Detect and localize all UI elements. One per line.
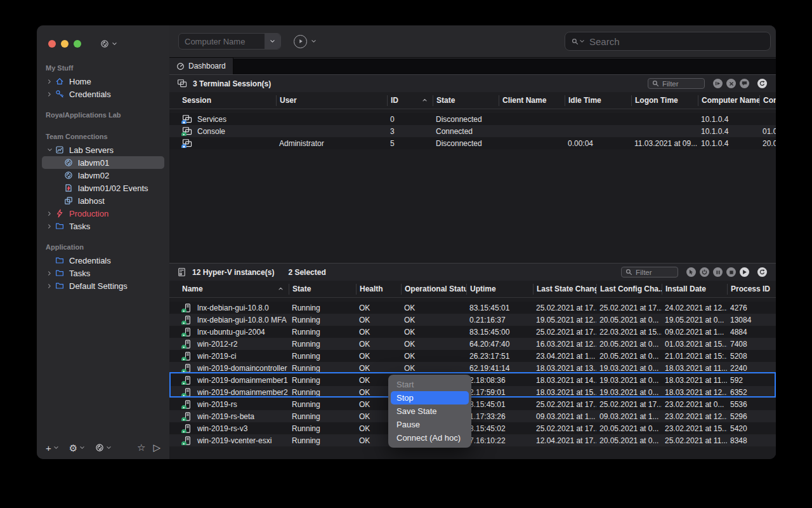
cell-logon-time: 11.03.2021 at 09...	[631, 139, 698, 148]
events-icon	[63, 184, 74, 192]
column-header-last-state-change[interactable]: Last State Change	[533, 284, 596, 295]
chevron-right-icon[interactable]	[46, 224, 53, 229]
user-switch-button[interactable]	[95, 443, 112, 452]
sidebar-item-credentials[interactable]: Credentials	[42, 88, 164, 100]
cell-last-config-change: 19.03.2021 at 0...	[596, 388, 662, 397]
search-input[interactable]: Search	[565, 32, 771, 51]
hyperv-instance-row[interactable]: win-2019-rsRunningOKOK3.15:45:0125.02.20…	[169, 398, 776, 410]
terminal-close-button[interactable]	[726, 79, 736, 88]
column-header-health[interactable]: Health	[356, 284, 401, 295]
column-header-user[interactable]: User	[276, 95, 387, 106]
hyperv-play-button[interactable]	[740, 267, 749, 277]
hyperv-instance-row[interactable]: win-2019-rs-betaRunningOKOK1.17:33:2609.…	[169, 410, 776, 422]
sidebar-item-tasks[interactable]: Tasks	[42, 267, 164, 279]
column-header-state[interactable]: State	[433, 95, 499, 106]
hyperv-instances-panel: 12 Hyper-V instance(s) 2 Selected Filter…	[169, 263, 776, 446]
column-header-idle-time[interactable]: Idle Time	[565, 95, 631, 106]
terminal-refresh-button[interactable]	[757, 79, 767, 88]
close-window-button[interactable]	[48, 40, 56, 48]
sidebar-item-lab-servers[interactable]: Lab Servers	[42, 144, 164, 156]
column-header-process-id[interactable]: Process ID	[727, 284, 776, 295]
terminal-session-row[interactable]: Console3Connected10.1.0.401.03	[169, 125, 776, 137]
row-name-label: win-2012-r2	[197, 340, 237, 349]
quick-connect-button[interactable]	[100, 39, 117, 48]
column-header-last-config-cha-[interactable]: Last Config Cha...	[596, 284, 662, 295]
vm-icon	[182, 315, 192, 324]
column-header-state[interactable]: State	[289, 284, 356, 295]
vm-icon	[182, 327, 192, 337]
column-header-computer-name[interactable]: Computer Name	[698, 95, 759, 106]
terminal-session-row[interactable]: Administrator5Disconnected0.00:0411.03.2…	[169, 137, 776, 149]
chevron-down-icon[interactable]	[46, 147, 53, 152]
column-header-uptime[interactable]: Uptime	[466, 284, 533, 295]
minimize-window-button[interactable]	[61, 40, 69, 48]
sidebar-item-default-settings[interactable]: Default Settings	[42, 279, 164, 292]
sidebar-item-labhost[interactable]: labhost	[42, 194, 164, 207]
sidebar-item-labvm02[interactable]: labvm02	[42, 169, 164, 182]
cell-process-id: 13084	[727, 316, 776, 324]
row-name-cell: win-2019-domainmember1	[180, 375, 289, 385]
add-button[interactable]: +	[46, 443, 59, 453]
computer-name-combo[interactable]: Computer Name	[178, 33, 281, 50]
terminal-message-button[interactable]	[740, 79, 749, 88]
column-header-client-name[interactable]: Client Name	[499, 95, 565, 106]
hyperv-filter-input[interactable]: Filter	[621, 267, 678, 277]
gear-button[interactable]: ⚙	[69, 443, 85, 453]
sidebar-item-credentials[interactable]: Credentials	[42, 254, 164, 267]
favorites-button[interactable]: ☆	[137, 442, 145, 453]
chevron-right-icon[interactable]	[46, 271, 53, 276]
chevron-right-icon[interactable]	[46, 283, 53, 289]
chevron-right-icon[interactable]	[46, 91, 53, 97]
hyperv-table-body: lnx-debian-gui-10.8.0RunningOKOK83.15:45…	[169, 298, 776, 446]
column-header-install-date[interactable]: Install Date	[662, 284, 727, 295]
sidebar-item-production[interactable]: Production	[42, 207, 164, 220]
home-icon	[55, 77, 65, 86]
terminal-session-row[interactable]: Services0Disconnected10.1.0.4	[169, 113, 776, 125]
column-header-logon-time[interactable]: Logon Time	[631, 95, 698, 106]
menu-item-connect-ad-hoc-[interactable]: Connect (Ad hoc)	[391, 431, 469, 444]
column-header-name[interactable]: Name	[180, 284, 289, 295]
chevron-right-icon[interactable]	[46, 79, 53, 84]
combo-dropdown-button[interactable]	[265, 34, 280, 49]
hyperv-power-button[interactable]	[700, 267, 709, 277]
cell-uptime: 7.16:10:22	[466, 436, 533, 445]
hyperv-instance-row[interactable]: win-2012-r2RunningOKOK64.20:47:4016.03.2…	[169, 338, 776, 350]
chevron-right-icon[interactable]	[46, 211, 53, 217]
menu-item-stop[interactable]: Stop	[391, 391, 469, 404]
terminal-sessions-panel: 3 Terminal Session(s) Filter SessionUser…	[169, 74, 776, 149]
hyperv-stop-button[interactable]	[726, 267, 736, 277]
folder-icon	[55, 281, 65, 290]
column-header-id[interactable]: ID	[387, 95, 433, 106]
cell-state: Running	[289, 412, 356, 421]
folder-icon	[55, 269, 65, 277]
sidebar-item-home[interactable]: Home	[42, 75, 164, 88]
connect-split-button[interactable]	[294, 35, 317, 48]
terminal-filter-input[interactable]: Filter	[648, 78, 705, 89]
hyperv-instance-row[interactable]: lnx-debian-gui-10.8.0RunningOKOK83.15:45…	[169, 302, 776, 314]
cell-last-state-change: 16.03.2021 at 12...	[533, 340, 596, 349]
terminal-logoff-button[interactable]	[713, 79, 723, 88]
run-button[interactable]: ▷	[153, 442, 160, 453]
hyperv-refresh-button[interactable]	[757, 267, 767, 277]
hyperv-pointer-button[interactable]	[686, 267, 696, 277]
hyperv-instance-row[interactable]: lnx-debian-gui-10.8.0 MFARunningOKOK0.21…	[169, 314, 776, 326]
hyperv-instance-row-selected[interactable]: win-2019-domainmember1RunningOKOK2.18:08…	[169, 374, 776, 386]
hyperv-instance-row[interactable]: lnx-ubuntu-gui-2004RunningOKOK83.15:45:0…	[169, 326, 776, 338]
hyperv-instance-row[interactable]: win-2019-domaincontrollerRunningOKOK62.1…	[169, 362, 776, 374]
sidebar-item-labvm01[interactable]: labvm01	[42, 156, 164, 169]
hyperv-instance-row[interactable]: win-2019-ciRunningOKOK26.23:17:5123.04.2…	[169, 350, 776, 362]
sidebar-item-labvm01-02-events[interactable]: labvm01/02 Events	[42, 182, 164, 194]
hyperv-instance-row[interactable]: win-2019-rs-v3RunningOKOK3.15:45:0225.02…	[169, 422, 776, 434]
hyperv-instance-row-selected[interactable]: win-2019-domainmember2RunningOKOK2.17:59…	[169, 386, 776, 398]
sidebar-item-tasks[interactable]: Tasks	[42, 220, 164, 232]
column-header-operational-status[interactable]: Operational Status	[401, 284, 466, 295]
cell-last-state-change: 25.02.2021 at 17...	[533, 424, 596, 433]
menu-item-pause[interactable]: Pause	[391, 418, 469, 431]
hyperv-instance-row[interactable]: win-2019-vcenter-esxiRunningOKOK7.16:10:…	[169, 434, 776, 446]
menu-item-save-state[interactable]: Save State	[391, 404, 469, 418]
tab-dashboard[interactable]: Dashboard	[169, 58, 233, 74]
hyperv-pause-button[interactable]	[713, 267, 723, 277]
column-header-conn[interactable]: Conn	[759, 95, 776, 106]
column-header-session[interactable]: Session	[180, 95, 276, 106]
zoom-window-button[interactable]	[74, 40, 81, 48]
